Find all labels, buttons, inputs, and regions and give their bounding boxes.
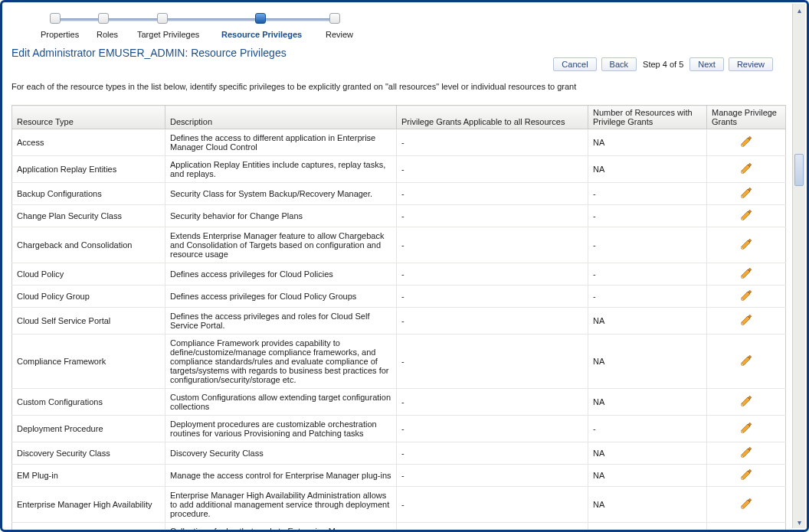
wizard-step-label-4[interactable]: Review <box>326 30 353 39</box>
edit-pencil-icon[interactable] <box>740 187 752 199</box>
scroll-up-icon[interactable]: ▴ <box>793 4 805 16</box>
edit-pencil-icon[interactable] <box>740 238 752 250</box>
cell-description: Enterprise Manager High Availability Adm… <box>165 487 397 523</box>
edit-pencil-icon[interactable] <box>740 289 752 302</box>
cell-description: Defines access privileges for Cloud Poli… <box>165 286 397 308</box>
table-row: Backup ConfigurationsSecurity Class for … <box>12 183 786 205</box>
cell-resource-type: Compliance Framework <box>12 335 165 389</box>
table-row: Discovery Security ClassDiscovery Securi… <box>12 442 786 465</box>
cell-description: Defines the access privileges and roles … <box>165 308 397 335</box>
table-row: EM Plug-inManage the access control for … <box>12 465 786 487</box>
cell-grants: - <box>397 263 588 286</box>
vertical-scrollbar[interactable]: ▴ ▾ <box>792 4 805 528</box>
cell-description: Compliance Framework provides capability… <box>165 335 397 389</box>
wizard-step-label-3[interactable]: Resource Privileges <box>221 30 302 39</box>
cell-num: NA <box>588 335 707 389</box>
col-header-type[interactable]: Resource Type <box>12 106 165 129</box>
edit-pencil-icon[interactable] <box>740 468 752 481</box>
cell-description: Manage the access control for Enterprise… <box>165 465 397 487</box>
cell-num: NA <box>588 308 707 335</box>
cell-num: - <box>588 205 707 227</box>
table-row: Cloud PolicyDefines access privileges fo… <box>12 263 786 286</box>
cell-manage <box>707 286 786 308</box>
cell-grants: - <box>397 523 588 530</box>
cell-grants: - <box>397 156 588 183</box>
edit-pencil-icon[interactable] <box>740 498 752 510</box>
cell-resource-type: Discovery Security Class <box>12 442 165 465</box>
cell-manage <box>707 523 786 530</box>
wizard-train: PropertiesRolesTarget PrivilegesResource… <box>13 13 782 42</box>
cell-num: - <box>588 263 707 286</box>
cell-grants: - <box>397 308 588 335</box>
review-button[interactable]: Review <box>729 57 773 71</box>
scroll-thumb[interactable] <box>794 154 804 186</box>
cell-num: - <box>588 227 707 263</box>
wizard-step-label-2[interactable]: Target Privileges <box>137 30 199 39</box>
edit-pencil-icon[interactable] <box>740 135 752 148</box>
edit-pencil-icon[interactable] <box>740 267 752 279</box>
table-row: Enterprise Rule SetCollection of rules t… <box>12 523 786 530</box>
cell-resource-type: Enterprise Rule Set <box>12 523 165 530</box>
wizard-step-box-2[interactable] <box>157 13 168 24</box>
cell-num: - <box>588 523 707 530</box>
cell-num: NA <box>588 442 707 465</box>
next-button[interactable]: Next <box>689 57 724 71</box>
wizard-step-box-1[interactable] <box>98 13 109 24</box>
cell-manage <box>707 129 786 156</box>
cell-grants: - <box>397 389 588 416</box>
cell-resource-type: Custom Configurations <box>12 389 165 416</box>
cell-grants: - <box>397 487 588 523</box>
cell-manage <box>707 465 786 487</box>
edit-pencil-icon[interactable] <box>740 446 752 459</box>
cell-resource-type: Backup Configurations <box>12 183 165 205</box>
cell-manage <box>707 156 786 183</box>
cell-resource-type: Cloud Policy <box>12 263 165 286</box>
wizard-step-label-1[interactable]: Roles <box>97 30 118 39</box>
cell-description: Custom Configurations allow extending ta… <box>165 389 397 416</box>
table-row: Compliance FrameworkCompliance Framework… <box>12 335 786 389</box>
col-header-num[interactable]: Number of Resources with Privilege Grant… <box>588 106 707 129</box>
wizard-step-box-4[interactable] <box>329 13 340 24</box>
edit-pencil-icon[interactable] <box>740 162 752 175</box>
table-row: Application Replay EntitiesApplication R… <box>12 156 786 183</box>
scroll-track[interactable] <box>793 16 805 516</box>
resource-table: Resource Type Description Privilege Gran… <box>11 105 786 530</box>
col-header-desc[interactable]: Description <box>165 106 397 129</box>
edit-pencil-icon[interactable] <box>740 354 752 367</box>
cell-num: NA <box>588 465 707 487</box>
wizard-line <box>54 18 334 21</box>
cell-manage <box>707 263 786 286</box>
table-row: AccessDefines the access to different ap… <box>12 129 786 156</box>
step-indicator: Step 4 of 5 <box>641 60 685 69</box>
action-bar: Cancel Back Step 4 of 5 Next Review <box>553 57 773 71</box>
table-row: Enterprise Manager High AvailabilityEnte… <box>12 487 786 523</box>
wizard-step-box-3[interactable] <box>255 13 266 24</box>
col-header-grants[interactable]: Privilege Grants Applicable to all Resou… <box>397 106 588 129</box>
cell-manage <box>707 442 786 465</box>
cell-manage <box>707 205 786 227</box>
cell-num: NA <box>588 129 707 156</box>
edit-pencil-icon[interactable] <box>740 314 752 326</box>
edit-pencil-icon[interactable] <box>740 422 752 434</box>
edit-pencil-icon[interactable] <box>740 395 752 407</box>
cell-grants: - <box>397 183 588 205</box>
cell-resource-type: EM Plug-in <box>12 465 165 487</box>
cell-manage <box>707 487 786 523</box>
cell-description: Defines access privileges for Cloud Poli… <box>165 263 397 286</box>
cell-num: - <box>588 416 707 442</box>
cancel-button[interactable]: Cancel <box>553 57 596 71</box>
cell-num: - <box>588 183 707 205</box>
cell-resource-type: Chargeback and Consolidation <box>12 227 165 263</box>
scroll-down-icon[interactable]: ▾ <box>793 516 805 528</box>
cell-grants: - <box>397 335 588 389</box>
content-area: PropertiesRolesTarget PrivilegesResource… <box>2 2 793 530</box>
wizard-step-label-0[interactable]: Properties <box>41 30 79 39</box>
edit-pencil-icon[interactable] <box>740 209 752 221</box>
back-button[interactable]: Back <box>601 57 637 71</box>
cell-description: Collection of rules that apply to Enterp… <box>165 523 397 530</box>
cell-manage <box>707 308 786 335</box>
wizard-step-box-0[interactable] <box>50 13 61 24</box>
col-header-manage[interactable]: Manage Privilege Grants <box>707 106 786 129</box>
table-row: Cloud Policy GroupDefines access privile… <box>12 286 786 308</box>
cell-resource-type: Change Plan Security Class <box>12 205 165 227</box>
